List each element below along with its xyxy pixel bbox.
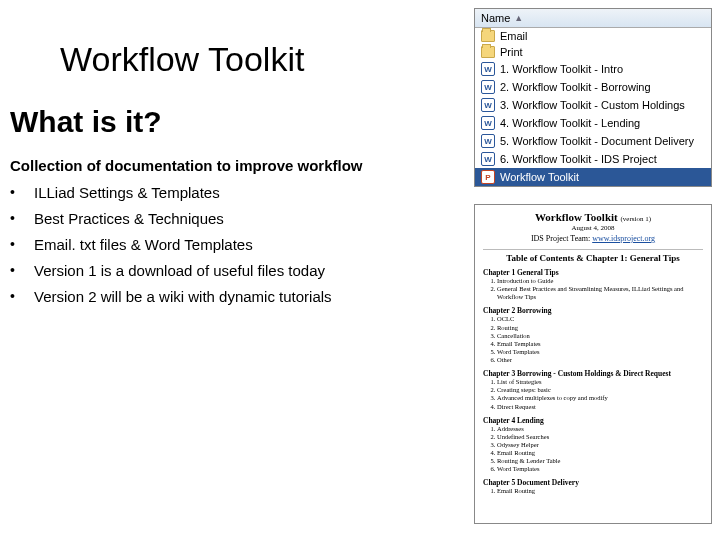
folder-icon (481, 30, 495, 42)
bullet-item: •Version 2 will be a wiki with dynamic t… (10, 288, 460, 305)
file-column-header-label: Name (481, 12, 510, 24)
doc-team-link[interactable]: www.idsproject.org (592, 234, 655, 243)
doc-chapter-heading: Chapter 4 Lending (483, 416, 703, 425)
bullet-dot: • (10, 184, 34, 200)
bullet-item: •ILLiad Settings & Templates (10, 184, 460, 201)
word-doc-icon: W (481, 116, 495, 130)
doc-chapter-item: Other (497, 356, 703, 364)
doc-chapter-item: OCLC (497, 315, 703, 323)
doc-chapter-heading: Chapter 1 General Tips (483, 268, 703, 277)
file-row[interactable]: PWorkflow Toolkit (475, 168, 711, 186)
doc-chapter-item: Email Templates (497, 340, 703, 348)
file-label: Email (500, 30, 528, 42)
doc-chapter-list: OCLCRoutingCancellationEmail TemplatesWo… (497, 315, 703, 364)
doc-chapter-list: Email Routing (497, 487, 703, 495)
doc-chapter-item: Routing (497, 324, 703, 332)
doc-chapter-item: Addresses (497, 425, 703, 433)
file-label: 6. Workflow Toolkit - IDS Project (500, 153, 657, 165)
file-label: 5. Workflow Toolkit - Document Delivery (500, 135, 694, 147)
doc-team-prefix: IDS Project Team: (531, 234, 592, 243)
slide-subtitle: Collection of documentation to improve w… (10, 157, 460, 174)
doc-chapter-item: Odyssey Helper (497, 441, 703, 449)
slide-heading: What is it? (10, 105, 460, 139)
bullet-text: Best Practices & Techniques (34, 210, 224, 227)
doc-chapter-item: Routing & Lender Table (497, 457, 703, 465)
file-explorer-pane: Name ▲ EmailPrintW1. Workflow Toolkit - … (474, 8, 712, 187)
doc-chapter-item: Creating steps: basic (497, 386, 703, 394)
doc-chapter-item: Advanced multiplexes to copy and modify (497, 394, 703, 402)
file-label: 4. Workflow Toolkit - Lending (500, 117, 640, 129)
file-row[interactable]: W3. Workflow Toolkit - Custom Holdings (475, 96, 711, 114)
doc-version: (version 1) (621, 215, 652, 223)
file-row[interactable]: Email (475, 28, 711, 44)
doc-title: Workflow Toolkit (535, 211, 618, 223)
word-doc-icon: W (481, 152, 495, 166)
file-row[interactable]: W4. Workflow Toolkit - Lending (475, 114, 711, 132)
doc-chapter-item: General Best Practices and Streamlining … (497, 285, 703, 301)
doc-chapter-item: Undefined Searches (497, 433, 703, 441)
bullet-dot: • (10, 210, 34, 226)
doc-date: August 4, 2008 (483, 224, 703, 232)
document-preview: Workflow Toolkit (version 1) August 4, 2… (474, 204, 712, 524)
bullet-text: Email. txt files & Word Templates (34, 236, 253, 253)
file-row[interactable]: W6. Workflow Toolkit - IDS Project (475, 150, 711, 168)
sort-ascending-icon: ▲ (514, 13, 523, 23)
doc-chapter-heading: Chapter 3 Borrowing - Custom Holdings & … (483, 369, 703, 378)
doc-chapter-heading: Chapter 2 Borrowing (483, 306, 703, 315)
file-row[interactable]: W5. Workflow Toolkit - Document Delivery (475, 132, 711, 150)
file-row[interactable]: Print (475, 44, 711, 60)
doc-chapter-item: List of Strategies (497, 378, 703, 386)
slide-title: Workflow Toolkit (60, 40, 460, 79)
file-label: 1. Workflow Toolkit - Intro (500, 63, 623, 75)
bullet-dot: • (10, 288, 34, 304)
doc-chapter-item: Direct Request (497, 403, 703, 411)
word-doc-icon: W (481, 80, 495, 94)
doc-chapter-item: Word Templates (497, 465, 703, 473)
doc-chapter-item: Cancellation (497, 332, 703, 340)
doc-chapter-item: Word Templates (497, 348, 703, 356)
file-label: 3. Workflow Toolkit - Custom Holdings (500, 99, 685, 111)
word-doc-icon: W (481, 134, 495, 148)
bullet-dot: • (10, 236, 34, 252)
file-label: Workflow Toolkit (500, 171, 579, 183)
bullet-list: •ILLiad Settings & Templates•Best Practi… (10, 184, 460, 305)
bullet-item: •Best Practices & Techniques (10, 210, 460, 227)
doc-chapter-list: List of StrategiesCreating steps: basicA… (497, 378, 703, 411)
file-row[interactable]: W1. Workflow Toolkit - Intro (475, 60, 711, 78)
bullet-text: ILLiad Settings & Templates (34, 184, 220, 201)
file-column-header[interactable]: Name ▲ (475, 9, 711, 28)
powerpoint-icon: P (481, 170, 495, 184)
file-label: 2. Workflow Toolkit - Borrowing (500, 81, 651, 93)
doc-chapter-list: AddressesUndefined SearchesOdyssey Helpe… (497, 425, 703, 474)
bullet-item: •Email. txt files & Word Templates (10, 236, 460, 253)
doc-toc-heading: Table of Contents & Chapter 1: General T… (483, 249, 703, 263)
file-row[interactable]: W2. Workflow Toolkit - Borrowing (475, 78, 711, 96)
doc-chapter-list: Introduction to GuideGeneral Best Practi… (497, 277, 703, 301)
word-doc-icon: W (481, 98, 495, 112)
doc-chapter-item: Email Routing (497, 449, 703, 457)
folder-icon (481, 46, 495, 58)
bullet-dot: • (10, 262, 34, 278)
bullet-text: Version 1 is a download of useful files … (34, 262, 325, 279)
word-doc-icon: W (481, 62, 495, 76)
bullet-text: Version 2 will be a wiki with dynamic tu… (34, 288, 332, 305)
bullet-item: •Version 1 is a download of useful files… (10, 262, 460, 279)
doc-chapter-item: Email Routing (497, 487, 703, 495)
doc-chapter-heading: Chapter 5 Document Delivery (483, 478, 703, 487)
file-label: Print (500, 46, 523, 58)
doc-chapter-item: Introduction to Guide (497, 277, 703, 285)
